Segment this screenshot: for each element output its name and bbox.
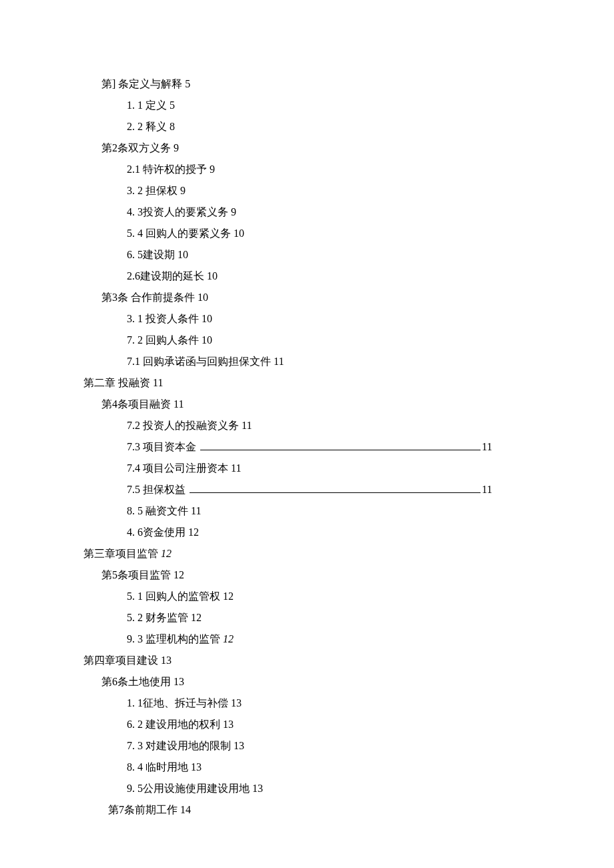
toc-entry: 9. 3 监理机构的监管 12 xyxy=(80,628,534,650)
toc-entry: 8. 4 临时用地 13 xyxy=(80,757,534,778)
toc-entry: 第] 条定义与解释 5 xyxy=(80,73,534,95)
toc-entry: 7. 2 回购人条件 10 xyxy=(80,330,534,351)
toc-entry: 3. 2 担保权 9 xyxy=(80,180,534,201)
toc-entry: 1. 1征地、拆迁与补偿 13 xyxy=(80,693,534,714)
toc-entry: 6. 2 建设用地的权利 13 xyxy=(80,714,534,735)
toc-text: 第5条项目监管 12 xyxy=(101,569,184,580)
toc-text: 7.2 投资人的投融资义务 11 xyxy=(127,420,252,431)
toc-text: 第四章项目建设 13 xyxy=(83,655,172,666)
toc-text: 2. 2 释义 8 xyxy=(127,121,175,132)
toc-page-italic: 12 xyxy=(161,548,172,559)
toc-label: 7.3 项目资本金 xyxy=(127,441,199,452)
toc-text: 4. 6资金使用 12 xyxy=(127,526,199,538)
toc-entry: 4. 3投资人的要紧义务 9 xyxy=(80,201,534,223)
toc-text: 9. 3 监理机构的监管 xyxy=(127,633,223,644)
toc-entry: 3. 1 投资人条件 10 xyxy=(80,308,534,330)
toc-entry: 第2条双方义务 9 xyxy=(80,137,534,159)
toc-text: 5. 1 回购人的监管权 12 xyxy=(127,590,234,602)
toc-entry: 7.2 投资人的投融资义务 11 xyxy=(80,415,534,436)
toc-text: 7. 2 回购人条件 10 xyxy=(127,334,212,346)
toc-text: 第6条土地使用 13 xyxy=(101,676,184,687)
toc-text: 1. 1征地、拆迁与补偿 13 xyxy=(127,697,242,709)
toc-label: 7.5 担保权益 xyxy=(127,484,188,495)
document-page: 第] 条定义与解释 51. 1 定义 52. 2 释义 8第2条双方义务 92.… xyxy=(0,0,614,821)
toc-page: 11 xyxy=(482,484,492,495)
toc-entry: 7. 3 对建设用地的限制 13 xyxy=(80,735,534,757)
table-of-contents: 第] 条定义与解释 51. 1 定义 52. 2 释义 8第2条双方义务 92.… xyxy=(80,73,534,821)
toc-entry: 6. 5建设期 10 xyxy=(80,244,534,266)
toc-text: 第7条前期工作 14 xyxy=(108,804,191,815)
toc-text: 9. 5公用设施使用建设用地 13 xyxy=(127,783,263,794)
toc-entry: 第二章 投融资 11 xyxy=(80,372,534,394)
toc-entry: 第6条土地使用 13 xyxy=(80,671,534,693)
toc-entry: 7.4 项目公司注册资本 11 xyxy=(80,458,534,479)
toc-entry: 第四章项目建设 13 xyxy=(80,650,534,671)
toc-text: 第4条项目融资 11 xyxy=(101,398,184,410)
toc-text: 2.6建设期的延长 10 xyxy=(127,270,218,282)
toc-text: 第] 条定义与解释 5 xyxy=(101,78,190,89)
toc-text: 4. 3投资人的要紧义务 9 xyxy=(127,206,236,218)
toc-entry: 7.1 回购承诺函与回购担保文件 11 xyxy=(80,351,534,372)
toc-entry: 9. 5公用设施使用建设用地 13 xyxy=(80,778,534,799)
toc-page: 11 xyxy=(482,441,492,452)
toc-entry: 5. 4 回购人的要紧义务 10 xyxy=(80,223,534,244)
toc-text: 8. 5 融资文件 11 xyxy=(127,505,201,516)
toc-text: 6. 5建设期 10 xyxy=(127,249,188,260)
toc-text: 2.1 特许权的授予 9 xyxy=(127,163,215,175)
toc-text: 第二章 投融资 11 xyxy=(83,377,163,388)
toc-entry: 第4条项目融资 11 xyxy=(80,394,534,415)
toc-entry: 5. 2 财务监管 12 xyxy=(80,607,534,628)
toc-text: 8. 4 临时用地 13 xyxy=(127,761,202,773)
toc-entry: 2.6建设期的延长 10 xyxy=(80,266,534,287)
toc-text: 7. 3 对建设用地的限制 13 xyxy=(127,740,244,751)
toc-entry: 第7条前期工作 14 xyxy=(80,799,534,821)
toc-page-italic: 12 xyxy=(223,633,234,644)
toc-entry: 1. 1 定义 5 xyxy=(80,95,534,116)
toc-text: 3. 2 担保权 9 xyxy=(127,185,186,196)
toc-entry: 2. 2 释义 8 xyxy=(80,116,534,137)
toc-text: 3. 1 投资人条件 10 xyxy=(127,313,212,324)
toc-entry: 7.5 担保权益 11 xyxy=(80,479,534,500)
toc-text: 5. 4 回购人的要紧义务 10 xyxy=(127,228,244,239)
toc-entry: 5. 1 回购人的监管权 12 xyxy=(80,586,534,607)
toc-entry: 8. 5 融资文件 11 xyxy=(80,500,534,522)
toc-text: 第2条双方义务 9 xyxy=(101,142,179,153)
toc-text: 1. 1 定义 5 xyxy=(127,99,175,111)
toc-entry: 2.1 特许权的授予 9 xyxy=(80,159,534,180)
toc-text: 第3条 合作前提条件 10 xyxy=(101,292,208,303)
fill-line xyxy=(190,483,481,493)
toc-text: 7.1 回购承诺函与回购担保文件 11 xyxy=(127,356,284,367)
fill-line xyxy=(200,440,481,450)
toc-entry: 第5条项目监管 12 xyxy=(80,564,534,586)
toc-text: 7.4 项目公司注册资本 11 xyxy=(127,462,241,474)
toc-text: 6. 2 建设用地的权利 13 xyxy=(127,719,234,730)
toc-text: 5. 2 财务监管 12 xyxy=(127,612,202,623)
toc-entry: 4. 6资金使用 12 xyxy=(80,522,534,543)
toc-entry: 第三章项目监管 12 xyxy=(80,543,534,564)
toc-entry: 第3条 合作前提条件 10 xyxy=(80,287,534,308)
toc-text: 第三章项目监管 xyxy=(83,548,161,559)
toc-entry: 7.3 项目资本金 11 xyxy=(80,436,534,458)
